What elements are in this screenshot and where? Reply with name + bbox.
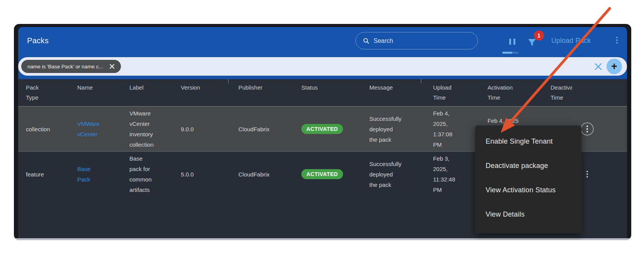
menu-item-enable-single-tenant[interactable]: Enable Single Tenant — [475, 129, 581, 154]
filter-chip[interactable]: name is 'Base Pack' or name c... — [21, 60, 121, 73]
chip-remove-icon[interactable] — [109, 64, 115, 69]
appbar-kebab-menu-icon[interactable] — [616, 37, 618, 44]
pack-name-link[interactable]: VMWare vCenter — [77, 119, 100, 139]
column-divider — [421, 79, 421, 83]
status-badge: ACTIVATED — [301, 169, 343, 179]
row-actions-kebab[interactable] — [581, 168, 594, 181]
table-header-row: Pack Type Name Label Version Publisher S… — [18, 79, 627, 106]
upload-pack-button[interactable]: Upload Pack — [551, 27, 591, 54]
menu-item-view-details[interactable]: View Details — [475, 202, 581, 227]
search-input[interactable] — [374, 37, 462, 44]
col-header-publisher[interactable]: Publisher — [238, 79, 301, 106]
cell-version: 9.0.0 — [181, 107, 238, 151]
status-badge: ACTIVATED — [301, 124, 343, 134]
col-header-upload-time[interactable]: Upload Time — [433, 79, 488, 106]
progress-bar — [502, 52, 518, 54]
col-header-message[interactable]: Message — [369, 79, 433, 106]
cell-pack-type: feature — [26, 152, 77, 197]
menu-item-view-activation-status[interactable]: View Activation Status — [475, 178, 581, 202]
page-title: Packs — [27, 27, 49, 54]
cell-publisher: CloudFabrix — [238, 152, 301, 197]
row-context-menu: Enable Single Tenant Deactivate package … — [475, 125, 581, 233]
row-actions-kebab-active[interactable] — [581, 122, 594, 136]
page: Packs 1 Upload Pack — [0, 0, 644, 256]
cell-publisher: CloudFabrix — [238, 107, 301, 151]
cell-pack-type: collection — [26, 107, 77, 151]
col-header-activation-time[interactable]: Activation Time — [488, 79, 551, 106]
cell-label: Base pack for common artifacts — [129, 153, 152, 195]
col-header-label[interactable]: Label — [129, 79, 181, 106]
filter-bar: name is 'Base Pack' or name c... + — [18, 57, 627, 76]
clear-filters-icon[interactable] — [594, 63, 602, 71]
filter-count-badge: 1 — [534, 31, 544, 41]
add-filter-button[interactable]: + — [607, 59, 622, 74]
app-bar: Packs 1 Upload Pack — [18, 27, 627, 79]
col-header-status[interactable]: Status — [301, 79, 369, 106]
search-box[interactable] — [355, 32, 478, 49]
packs-app-window: Packs 1 Upload Pack — [14, 24, 631, 240]
col-header-version[interactable]: Version — [181, 79, 238, 106]
cell-message: Successfully deployed the pack — [369, 159, 401, 190]
cell-upload-time: Feb 3, 2025, 11:32:48 PM — [433, 153, 455, 195]
col-header-name[interactable]: Name — [77, 79, 129, 106]
cell-version: 5.0.0 — [181, 152, 238, 197]
column-divider — [228, 79, 229, 83]
pause-icon[interactable] — [509, 39, 515, 45]
cell-label: VMware vCenter inventory collection — [129, 108, 154, 150]
col-header-deactivation-time[interactable]: Deactivation Time — [551, 79, 572, 106]
col-header-pack-type[interactable]: Pack Type — [26, 79, 77, 106]
cell-message: Successfully deployed the pack — [369, 114, 401, 145]
pack-name-link[interactable]: Base Pack — [77, 164, 90, 185]
cell-upload-time: Feb 4, 2025, 1:37:08 PM — [433, 108, 452, 150]
search-icon — [363, 37, 370, 44]
filter-chip-label: name is 'Base Pack' or name c... — [27, 64, 103, 70]
menu-item-deactivate-package[interactable]: Deactivate package — [475, 154, 581, 178]
horizontal-scrollbar[interactable] — [14, 238, 631, 240]
